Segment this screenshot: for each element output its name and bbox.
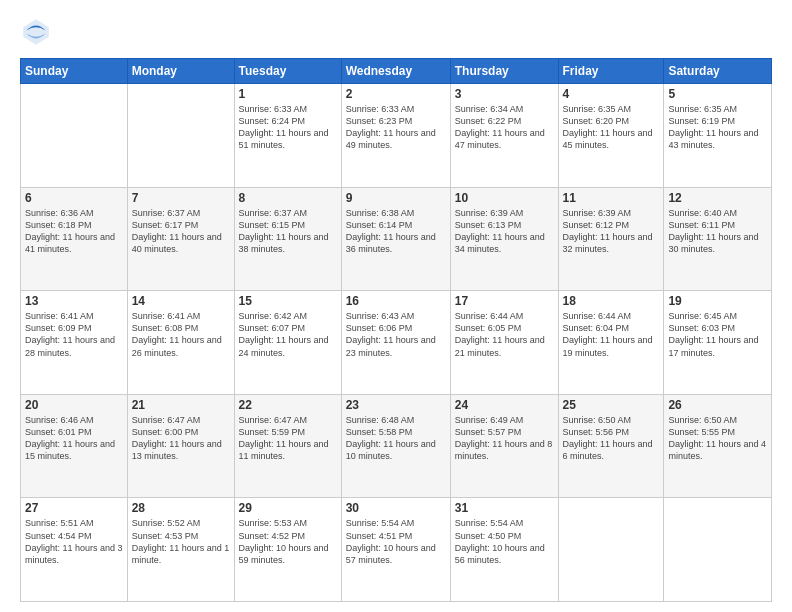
day-number: 11: [563, 191, 660, 205]
calendar-week-row: 6Sunrise: 6:36 AM Sunset: 6:18 PM Daylig…: [21, 187, 772, 291]
day-number: 23: [346, 398, 446, 412]
calendar-cell: 12Sunrise: 6:40 AM Sunset: 6:11 PM Dayli…: [664, 187, 772, 291]
day-number: 4: [563, 87, 660, 101]
day-info: Sunrise: 6:38 AM Sunset: 6:14 PM Dayligh…: [346, 207, 446, 256]
day-number: 9: [346, 191, 446, 205]
day-info: Sunrise: 6:47 AM Sunset: 5:59 PM Dayligh…: [239, 414, 337, 463]
day-number: 12: [668, 191, 767, 205]
calendar-cell: 3Sunrise: 6:34 AM Sunset: 6:22 PM Daylig…: [450, 84, 558, 188]
day-info: Sunrise: 6:35 AM Sunset: 6:20 PM Dayligh…: [563, 103, 660, 152]
weekday-header: Wednesday: [341, 59, 450, 84]
day-info: Sunrise: 6:50 AM Sunset: 5:55 PM Dayligh…: [668, 414, 767, 463]
day-number: 29: [239, 501, 337, 515]
calendar-cell: 22Sunrise: 6:47 AM Sunset: 5:59 PM Dayli…: [234, 394, 341, 498]
day-info: Sunrise: 5:52 AM Sunset: 4:53 PM Dayligh…: [132, 517, 230, 566]
page: SundayMondayTuesdayWednesdayThursdayFrid…: [0, 0, 792, 612]
calendar-cell: 1Sunrise: 6:33 AM Sunset: 6:24 PM Daylig…: [234, 84, 341, 188]
calendar-cell: 10Sunrise: 6:39 AM Sunset: 6:13 PM Dayli…: [450, 187, 558, 291]
day-info: Sunrise: 6:41 AM Sunset: 6:09 PM Dayligh…: [25, 310, 123, 359]
logo: [20, 16, 56, 48]
weekday-header: Thursday: [450, 59, 558, 84]
day-info: Sunrise: 6:43 AM Sunset: 6:06 PM Dayligh…: [346, 310, 446, 359]
day-info: Sunrise: 6:36 AM Sunset: 6:18 PM Dayligh…: [25, 207, 123, 256]
calendar-cell: 25Sunrise: 6:50 AM Sunset: 5:56 PM Dayli…: [558, 394, 664, 498]
calendar-cell: 19Sunrise: 6:45 AM Sunset: 6:03 PM Dayli…: [664, 291, 772, 395]
calendar-cell: [127, 84, 234, 188]
calendar-cell: 15Sunrise: 6:42 AM Sunset: 6:07 PM Dayli…: [234, 291, 341, 395]
day-info: Sunrise: 5:54 AM Sunset: 4:51 PM Dayligh…: [346, 517, 446, 566]
day-number: 3: [455, 87, 554, 101]
calendar-cell: 28Sunrise: 5:52 AM Sunset: 4:53 PM Dayli…: [127, 498, 234, 602]
logo-icon: [20, 16, 52, 48]
calendar-cell: 2Sunrise: 6:33 AM Sunset: 6:23 PM Daylig…: [341, 84, 450, 188]
calendar-cell: 13Sunrise: 6:41 AM Sunset: 6:09 PM Dayli…: [21, 291, 128, 395]
day-info: Sunrise: 5:51 AM Sunset: 4:54 PM Dayligh…: [25, 517, 123, 566]
day-info: Sunrise: 6:49 AM Sunset: 5:57 PM Dayligh…: [455, 414, 554, 463]
calendar-cell: [664, 498, 772, 602]
calendar-cell: [558, 498, 664, 602]
day-info: Sunrise: 5:54 AM Sunset: 4:50 PM Dayligh…: [455, 517, 554, 566]
calendar-cell: 30Sunrise: 5:54 AM Sunset: 4:51 PM Dayli…: [341, 498, 450, 602]
calendar-cell: [21, 84, 128, 188]
svg-marker-0: [23, 19, 49, 45]
day-number: 31: [455, 501, 554, 515]
day-number: 5: [668, 87, 767, 101]
header: [20, 16, 772, 48]
weekday-header: Friday: [558, 59, 664, 84]
calendar-cell: 16Sunrise: 6:43 AM Sunset: 6:06 PM Dayli…: [341, 291, 450, 395]
calendar-cell: 31Sunrise: 5:54 AM Sunset: 4:50 PM Dayli…: [450, 498, 558, 602]
day-number: 14: [132, 294, 230, 308]
weekday-row: SundayMondayTuesdayWednesdayThursdayFrid…: [21, 59, 772, 84]
day-number: 18: [563, 294, 660, 308]
calendar-cell: 24Sunrise: 6:49 AM Sunset: 5:57 PM Dayli…: [450, 394, 558, 498]
day-info: Sunrise: 6:50 AM Sunset: 5:56 PM Dayligh…: [563, 414, 660, 463]
day-number: 21: [132, 398, 230, 412]
weekday-header: Sunday: [21, 59, 128, 84]
day-info: Sunrise: 6:33 AM Sunset: 6:23 PM Dayligh…: [346, 103, 446, 152]
calendar-cell: 18Sunrise: 6:44 AM Sunset: 6:04 PM Dayli…: [558, 291, 664, 395]
calendar-cell: 23Sunrise: 6:48 AM Sunset: 5:58 PM Dayli…: [341, 394, 450, 498]
day-number: 20: [25, 398, 123, 412]
day-info: Sunrise: 6:41 AM Sunset: 6:08 PM Dayligh…: [132, 310, 230, 359]
day-info: Sunrise: 6:37 AM Sunset: 6:15 PM Dayligh…: [239, 207, 337, 256]
calendar-cell: 20Sunrise: 6:46 AM Sunset: 6:01 PM Dayli…: [21, 394, 128, 498]
day-info: Sunrise: 6:48 AM Sunset: 5:58 PM Dayligh…: [346, 414, 446, 463]
day-number: 27: [25, 501, 123, 515]
calendar-cell: 11Sunrise: 6:39 AM Sunset: 6:12 PM Dayli…: [558, 187, 664, 291]
day-number: 22: [239, 398, 337, 412]
day-info: Sunrise: 6:40 AM Sunset: 6:11 PM Dayligh…: [668, 207, 767, 256]
day-number: 26: [668, 398, 767, 412]
weekday-header: Tuesday: [234, 59, 341, 84]
day-info: Sunrise: 6:35 AM Sunset: 6:19 PM Dayligh…: [668, 103, 767, 152]
day-number: 2: [346, 87, 446, 101]
calendar-cell: 27Sunrise: 5:51 AM Sunset: 4:54 PM Dayli…: [21, 498, 128, 602]
calendar-cell: 29Sunrise: 5:53 AM Sunset: 4:52 PM Dayli…: [234, 498, 341, 602]
day-number: 8: [239, 191, 337, 205]
calendar-cell: 14Sunrise: 6:41 AM Sunset: 6:08 PM Dayli…: [127, 291, 234, 395]
calendar-cell: 17Sunrise: 6:44 AM Sunset: 6:05 PM Dayli…: [450, 291, 558, 395]
day-number: 30: [346, 501, 446, 515]
day-info: Sunrise: 6:44 AM Sunset: 6:05 PM Dayligh…: [455, 310, 554, 359]
day-number: 1: [239, 87, 337, 101]
day-number: 17: [455, 294, 554, 308]
day-info: Sunrise: 6:42 AM Sunset: 6:07 PM Dayligh…: [239, 310, 337, 359]
day-info: Sunrise: 6:37 AM Sunset: 6:17 PM Dayligh…: [132, 207, 230, 256]
calendar-cell: 8Sunrise: 6:37 AM Sunset: 6:15 PM Daylig…: [234, 187, 341, 291]
weekday-header: Monday: [127, 59, 234, 84]
day-info: Sunrise: 5:53 AM Sunset: 4:52 PM Dayligh…: [239, 517, 337, 566]
calendar-cell: 7Sunrise: 6:37 AM Sunset: 6:17 PM Daylig…: [127, 187, 234, 291]
day-number: 19: [668, 294, 767, 308]
calendar-week-row: 13Sunrise: 6:41 AM Sunset: 6:09 PM Dayli…: [21, 291, 772, 395]
day-number: 28: [132, 501, 230, 515]
day-info: Sunrise: 6:46 AM Sunset: 6:01 PM Dayligh…: [25, 414, 123, 463]
calendar-cell: 5Sunrise: 6:35 AM Sunset: 6:19 PM Daylig…: [664, 84, 772, 188]
calendar-cell: 6Sunrise: 6:36 AM Sunset: 6:18 PM Daylig…: [21, 187, 128, 291]
calendar-week-row: 20Sunrise: 6:46 AM Sunset: 6:01 PM Dayli…: [21, 394, 772, 498]
weekday-header: Saturday: [664, 59, 772, 84]
calendar: SundayMondayTuesdayWednesdayThursdayFrid…: [20, 58, 772, 602]
calendar-cell: 4Sunrise: 6:35 AM Sunset: 6:20 PM Daylig…: [558, 84, 664, 188]
day-info: Sunrise: 6:34 AM Sunset: 6:22 PM Dayligh…: [455, 103, 554, 152]
day-number: 7: [132, 191, 230, 205]
calendar-cell: 26Sunrise: 6:50 AM Sunset: 5:55 PM Dayli…: [664, 394, 772, 498]
day-number: 16: [346, 294, 446, 308]
